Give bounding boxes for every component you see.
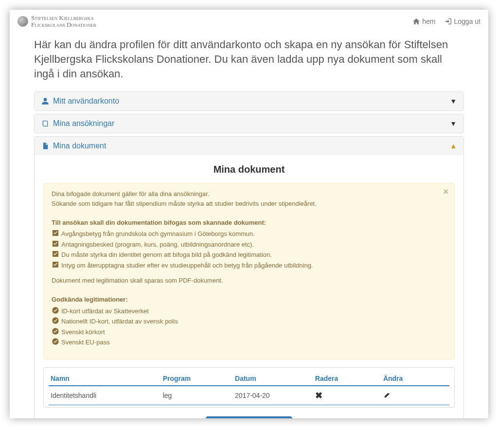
alert-id-item: Svenskt EU-pass xyxy=(52,338,446,347)
alert-intro2: Sökande som tidigare har fått stipendium… xyxy=(52,199,446,209)
documents-table-wrap: Namn Program Datum Radera Ändra Identite… xyxy=(43,367,455,408)
brand-line2: Flickskolans Donationer xyxy=(31,21,96,28)
new-pdf-button[interactable]: Nytt PDF-dokument xyxy=(206,416,292,418)
chevron-down-icon: ▼ xyxy=(450,120,457,127)
nav-logout[interactable]: Logga ut xyxy=(445,18,481,25)
panel-documents-heading[interactable]: Mina dokument ▲ xyxy=(35,137,463,155)
alert-id-item: Nationellt ID-kort, utfärdat av svensk p… xyxy=(52,317,446,326)
home-icon xyxy=(412,18,420,25)
brand-text: Stiftelsen Kjellbergska Flickskolans Don… xyxy=(31,15,96,28)
doc-date: 2017-04-20 xyxy=(233,386,313,405)
alert-req-item: Avgångsbetyg från grundskola och gymnasi… xyxy=(52,229,446,239)
alert-id-item: ID-kort utfärdat av Skatteverket xyxy=(52,306,446,316)
check-icon xyxy=(52,250,58,260)
edit-icon[interactable] xyxy=(383,390,391,400)
check-icon xyxy=(52,229,58,239)
file-icon xyxy=(41,142,49,150)
alert-req-item: Du måste styrka din identitet genom att … xyxy=(52,250,446,260)
panel-documents-title: Mina dokument xyxy=(53,142,106,150)
logout-icon xyxy=(445,18,452,25)
nav-logout-label: Logga ut xyxy=(454,18,481,25)
alert-close-button[interactable]: × xyxy=(443,187,448,196)
panel-applications-title: Mina ansökningar xyxy=(53,119,114,128)
user-icon xyxy=(41,97,49,105)
book-icon xyxy=(41,120,49,127)
alert-req-item: Intyg om återupptagna studier efter ev s… xyxy=(52,261,446,270)
ok-icon xyxy=(52,306,58,316)
delete-icon[interactable]: ✖ xyxy=(315,391,322,400)
nav-home[interactable]: hem xyxy=(412,18,435,25)
panel-applications: Mina ansökningar ▼ xyxy=(34,114,464,133)
alert-pdf-note: Dokument med legitimation skall sparas s… xyxy=(52,276,446,286)
doc-name-link[interactable]: Identitetshandli xyxy=(49,386,161,405)
table-row: Identitetshandli leg 2017-04-20 ✖ xyxy=(49,386,449,405)
nav-links: hem Logga ut xyxy=(412,18,480,25)
col-edit[interactable]: Ändra xyxy=(381,372,449,386)
check-icon xyxy=(52,240,58,250)
documents-table: Namn Program Datum Radera Ändra Identite… xyxy=(49,372,449,405)
ok-icon xyxy=(52,317,58,326)
brand: Stiftelsen Kjellbergska Flickskolans Don… xyxy=(18,15,96,28)
alert-req-list: Avgångsbetyg från grundskola och gymnasi… xyxy=(52,229,446,270)
documents-section-title: Mina dokument xyxy=(43,164,455,175)
panel-account-heading[interactable]: Mitt användarkonto ▼ xyxy=(35,92,463,110)
page-intro: Här kan du ändra profilen för ditt använ… xyxy=(34,37,464,81)
documents-info-alert: × Dina bifogade dokument gäller för alla… xyxy=(43,183,455,359)
check-icon xyxy=(52,261,58,270)
alert-intro1: Dina bifogade dokument gäller för alla d… xyxy=(52,189,446,199)
chevron-up-icon: ▲ xyxy=(450,142,457,150)
panel-documents-body: Mina dokument × Dina bifogade dokument g… xyxy=(35,155,463,418)
brand-logo-icon xyxy=(18,16,28,27)
alert-req-heading: Till ansökan skall din dokumentation bif… xyxy=(52,219,266,226)
ok-icon xyxy=(52,338,58,347)
panel-account-title: Mitt användarkonto xyxy=(53,97,119,106)
alert-id-list: ID-kort utfärdat av Skatteverket Natione… xyxy=(52,306,446,347)
table-header-row: Namn Program Datum Radera Ändra xyxy=(49,372,449,386)
col-name[interactable]: Namn xyxy=(49,372,161,386)
col-date[interactable]: Datum xyxy=(233,372,313,386)
topbar: Stiftelsen Kjellbergska Flickskolans Don… xyxy=(10,10,488,31)
chevron-down-icon: ▼ xyxy=(450,97,457,105)
doc-program: leg xyxy=(161,386,233,405)
ok-icon xyxy=(52,327,58,337)
panel-documents: Mina dokument ▲ Mina dokument × Dina bif… xyxy=(34,136,464,418)
panel-applications-heading[interactable]: Mina ansökningar ▼ xyxy=(35,114,463,133)
col-program[interactable]: Program xyxy=(161,372,233,386)
alert-id-heading: Godkända legitimationer: xyxy=(52,296,128,303)
alert-id-item: Svenskt körkort xyxy=(52,327,446,337)
nav-home-label: hem xyxy=(422,18,435,25)
col-delete[interactable]: Radera xyxy=(313,372,381,386)
panel-account: Mitt användarkonto ▼ xyxy=(34,91,464,111)
alert-req-item: Antagningsbesked (program, kurs, poäng, … xyxy=(52,240,446,250)
